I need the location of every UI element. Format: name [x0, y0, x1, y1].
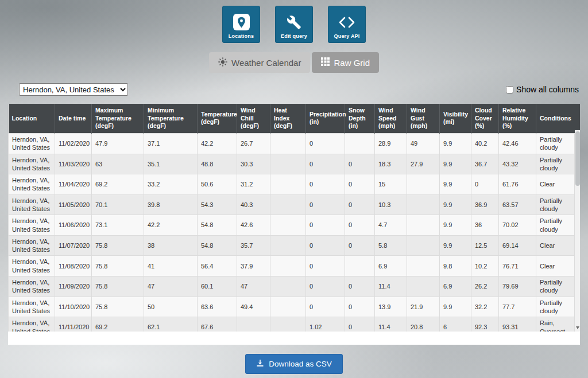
table-cell: 49.4: [237, 297, 270, 317]
table-cell: 70.02: [499, 215, 536, 236]
table-cell: 11/05/2020: [55, 194, 92, 215]
scrollbar-header-cap: [575, 104, 580, 130]
table-cell: [270, 276, 306, 297]
table-cell: 9.9: [440, 133, 471, 154]
table-cell: 11/09/2020: [55, 276, 92, 297]
edit-query-button[interactable]: Edit query: [275, 6, 313, 43]
table-cell: 69.2: [92, 317, 144, 332]
table-cell: 50: [144, 297, 198, 317]
triangle-down-icon: [576, 326, 579, 329]
table-cell: 0: [345, 317, 375, 332]
table-cell: 26.2: [471, 276, 499, 297]
location-select[interactable]: Herndon, VA, United States: [19, 83, 128, 96]
table-cell: 10.2: [471, 256, 499, 276]
table-row: Herndon, VA, United States11/04/202069.2…: [9, 174, 575, 195]
query-api-button[interactable]: Query API: [328, 6, 366, 43]
column-header: Date time: [55, 104, 92, 133]
table-cell: Herndon, VA, United States: [9, 317, 55, 332]
table-cell: [270, 297, 306, 317]
table-cell: Clear: [536, 256, 575, 276]
table-cell: 35.7: [237, 235, 270, 256]
table-cell: [407, 256, 440, 276]
table-cell: [237, 317, 270, 332]
table-cell: Herndon, VA, United States: [9, 256, 55, 276]
table-cell: Herndon, VA, United States: [9, 133, 55, 154]
view-tabs: Weather Calendar Raw Grid: [0, 52, 588, 73]
table-cell: 9.9: [440, 174, 471, 195]
table-cell: 75.8: [92, 235, 144, 256]
column-header: Maximum Temperature (degF): [92, 104, 144, 133]
table-cell: [407, 194, 440, 215]
table-cell: 11/03/2020: [55, 154, 92, 174]
table-row: Herndon, VA, United States11/10/202075.8…: [9, 297, 575, 317]
table-cell: [270, 256, 306, 276]
table-cell: 31.2: [237, 174, 270, 195]
table-cell: 6.9: [375, 256, 407, 276]
table-cell: 26.7: [237, 133, 270, 154]
column-header: Conditions: [536, 104, 575, 133]
scrollbar-thumb[interactable]: [575, 131, 580, 186]
table-cell: Partially cloudy: [536, 215, 575, 236]
table-cell: 11/11/2020: [55, 317, 92, 332]
tab-raw-grid-label: Raw Grid: [334, 58, 370, 68]
column-header: Visibility (mi): [440, 104, 471, 133]
table-cell: 62.1: [144, 317, 198, 332]
column-header: Relative Humidity (%): [499, 104, 536, 133]
table-cell: 0: [345, 174, 375, 195]
column-header: Precipitation (in): [306, 104, 345, 133]
vertical-scrollbar[interactable]: [575, 104, 580, 332]
scrollbar-track[interactable]: [575, 130, 580, 324]
table-cell: 36.9: [471, 194, 499, 215]
table-cell: 0: [306, 256, 345, 276]
table-cell: Partially cloudy: [536, 276, 575, 297]
table-cell: 9.8: [440, 256, 471, 276]
table-row: Herndon, VA, United States11/02/202047.9…: [9, 133, 575, 154]
controls-row: Herndon, VA, United States Show all colu…: [19, 83, 579, 96]
table-cell: [270, 174, 306, 195]
table-cell: Partially cloudy: [536, 297, 575, 317]
locations-button[interactable]: Locations: [222, 6, 260, 43]
table-cell: [407, 276, 440, 297]
table-cell: 54.8: [198, 235, 237, 256]
show-all-columns[interactable]: Show all columns: [506, 85, 579, 94]
tab-weather-calendar-label: Weather Calendar: [231, 58, 301, 68]
tab-raw-grid[interactable]: Raw Grid: [312, 52, 379, 73]
table-cell: Herndon, VA, United States: [9, 215, 55, 236]
table-cell: 0: [471, 174, 499, 195]
table-cell: 0: [306, 133, 345, 154]
download-csv-button[interactable]: Download as CSV: [245, 354, 343, 374]
column-header: Wind Speed (mph): [375, 104, 407, 133]
table-cell: Partially cloudy: [536, 133, 575, 154]
table-cell: 60.1: [198, 276, 237, 297]
table-cell: 0: [306, 276, 345, 297]
table-cell: 63.6: [198, 297, 237, 317]
table-cell: 0: [345, 215, 375, 236]
table-cell: 0: [306, 174, 345, 195]
table-cell: [270, 235, 306, 256]
table-cell: [407, 174, 440, 195]
table-row: Herndon, VA, United States11/05/202070.1…: [9, 194, 575, 215]
column-header: Temperature (degF): [198, 104, 237, 133]
table-cell: Clear: [536, 174, 575, 195]
table-cell: 11/10/2020: [55, 297, 92, 317]
table-cell: 75.8: [92, 297, 144, 317]
table-cell: 69.14: [499, 235, 536, 256]
locations-button-label: Locations: [229, 33, 254, 39]
table-cell: 12.5: [471, 235, 499, 256]
table-cell: 13.9: [375, 297, 407, 317]
data-panel: LocationDate timeMaximum Temperature (de…: [8, 104, 580, 345]
table-cell: Herndon, VA, United States: [9, 174, 55, 195]
table-cell: [270, 215, 306, 236]
table-cell: 9.9: [440, 215, 471, 236]
scrollbar-down-button[interactable]: [575, 324, 580, 332]
tab-weather-calendar[interactable]: Weather Calendar: [209, 52, 310, 73]
table-cell: 6: [440, 317, 471, 332]
download-icon: [256, 359, 264, 369]
edit-query-button-label: Edit query: [281, 33, 307, 39]
show-all-columns-checkbox[interactable]: [506, 86, 513, 93]
table-row: Herndon, VA, United States11/06/202073.1…: [9, 215, 575, 236]
table-cell: 40.3: [237, 194, 270, 215]
table-cell: 56.4: [198, 256, 237, 276]
table-row: Herndon, VA, United States11/08/202075.8…: [9, 256, 575, 276]
download-csv-label: Download as CSV: [269, 360, 332, 368]
